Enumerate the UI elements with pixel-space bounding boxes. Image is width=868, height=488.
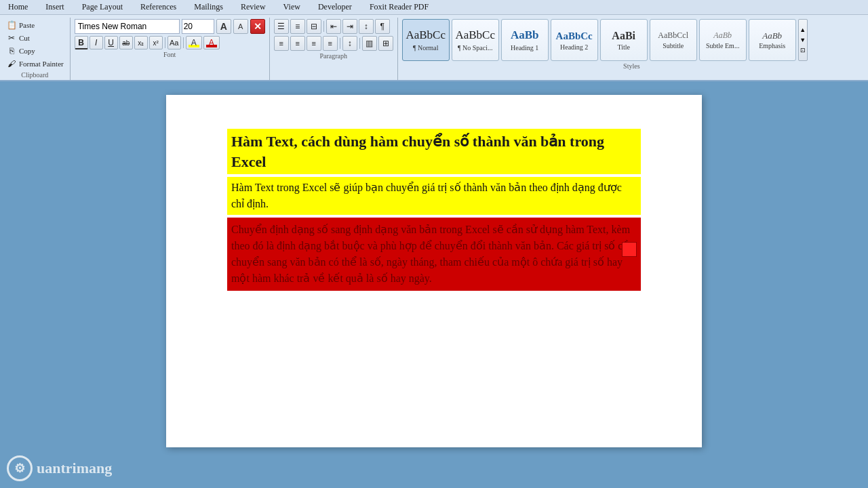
paste-button[interactable]: 📋 Paste <box>4 19 66 31</box>
chevron-down-icon: ▼ <box>800 37 806 43</box>
decrease-indent-button[interactable]: ⇤ <box>326 19 341 34</box>
ribbon-controls: 📋 Paste ✂ Cut ⎘ Copy 🖌 Format Painter Cl… <box>0 15 868 80</box>
red-text: Chuyển định dạng số sang định dạng văn b… <box>231 222 637 287</box>
multilevel-list-button[interactable]: ⊟ <box>307 19 321 34</box>
copy-icon: ⎘ <box>6 45 17 56</box>
style-title-label: Title <box>617 43 630 51</box>
logo-text: uantrimang <box>37 460 112 477</box>
font-name-input[interactable] <box>75 19 180 34</box>
font-color-letter: A <box>209 38 214 47</box>
menu-bar: Home Insert Page Layout References Maili… <box>0 0 868 15</box>
style-h2-preview: AaBbCc <box>556 30 593 42</box>
style-subtle[interactable]: AaBb Subtle Em... <box>699 19 747 61</box>
show-hide-button[interactable]: ¶ <box>375 19 390 34</box>
style-subtle-preview: AaBb <box>713 30 732 40</box>
menu-review[interactable]: Review <box>238 1 269 14</box>
content-area: Hàm Text, cách dùng hàm chuyển số thành … <box>0 81 868 480</box>
style-normal[interactable]: AaBbCc ¶ Normal <box>402 19 450 61</box>
align-left-button[interactable]: ≡ <box>274 36 289 51</box>
strikethrough-button[interactable]: ab <box>119 36 133 49</box>
style-subtitle-preview: AaBbCcl <box>658 30 688 40</box>
menu-mailings[interactable]: Mailings <box>191 1 226 14</box>
style-normal-preview: AaBbCc <box>406 28 446 42</box>
shrink-font-button[interactable]: A <box>233 19 248 34</box>
menu-foxit[interactable]: Foxit Reader PDF <box>367 1 431 14</box>
italic-button[interactable]: I <box>90 36 103 49</box>
grow-font-button[interactable]: A <box>216 19 231 34</box>
paragraph-section: ☰ ≡ ⊟ ⇤ ⇥ ↕ ¶ ≡ ≡ ≡ ≡ ↕ ▥ ⊞ Paragraph <box>270 18 398 80</box>
align-center-button[interactable]: ≡ <box>290 36 305 51</box>
align-right-button[interactable]: ≡ <box>307 36 321 51</box>
style-h2-label: Heading 2 <box>560 43 588 51</box>
font-section-label: Font <box>75 51 265 58</box>
font-section: A A ✕ B I U ab x₂ x² Aa A <box>71 18 270 80</box>
more-icon: ⊡ <box>800 47 806 54</box>
heading-block: Hàm Text, cách dùng hàm chuyển số thành … <box>227 129 641 174</box>
ribbon: 📋 Paste ✂ Cut ⎘ Copy 🖌 Format Painter Cl… <box>0 15 868 81</box>
style-subtitle[interactable]: AaBbCcl Subtitle <box>650 19 697 61</box>
body-text: Hàm Text trong Excel sẽ giúp bạn chuyển … <box>231 180 637 212</box>
copy-button[interactable]: ⎘ Copy <box>4 45 66 57</box>
paragraph-section-label: Paragraph <box>274 52 393 60</box>
chevron-up-icon: ▲ <box>800 26 806 33</box>
styles-section: AaBbCc ¶ Normal AaBbCc ¶ No Spaci... AaB… <box>398 18 865 80</box>
style-emphasis[interactable]: AaBb Emphasis <box>749 19 796 61</box>
body-block: Hàm Text trong Excel sẽ giúp bạn chuyển … <box>227 177 641 215</box>
style-emphasis-label: Emphasis <box>759 42 785 49</box>
clipboard-label: Clipboard <box>21 71 48 79</box>
sort-button[interactable]: ↕ <box>359 19 374 34</box>
paste-icon: 📋 <box>6 20 17 30</box>
menu-references[interactable]: References <box>138 1 179 14</box>
bold-button[interactable]: B <box>75 36 88 49</box>
style-heading2[interactable]: AaBbCc Heading 2 <box>551 19 598 61</box>
font-size-input[interactable] <box>182 19 214 34</box>
style-subtle-label: Subtle Em... <box>706 42 739 49</box>
red-block: Chuyển định dạng số sang định dạng văn b… <box>227 218 641 291</box>
underline-button[interactable]: U <box>104 36 118 49</box>
increase-indent-button[interactable]: ⇥ <box>342 19 357 34</box>
clear-format-button[interactable]: ✕ <box>250 19 265 34</box>
line-spacing-button[interactable]: ↕ <box>342 36 357 51</box>
style-nospace-label: ¶ No Spaci... <box>458 44 492 52</box>
menu-view[interactable]: View <box>281 1 303 14</box>
menu-insert[interactable]: Insert <box>43 1 66 14</box>
menu-developer[interactable]: Developer <box>315 1 355 14</box>
menu-home[interactable]: Home <box>5 1 31 14</box>
style-nospace-preview: AaBbCc <box>455 28 495 42</box>
format-painter-icon: 🖌 <box>6 58 17 69</box>
change-case-button[interactable]: Aa <box>167 36 181 49</box>
borders-button[interactable]: ⊞ <box>378 36 393 51</box>
red-accent-square <box>622 242 637 257</box>
styles-section-label: Styles <box>402 62 861 70</box>
styles-scroll-button[interactable]: ▲ ▼ ⊡ <box>798 19 808 61</box>
style-subtitle-label: Subtitle <box>663 42 684 49</box>
style-normal-label: ¶ Normal <box>413 44 439 52</box>
shading-button[interactable]: ▥ <box>362 36 377 51</box>
style-title-preview: AaBi <box>612 29 635 42</box>
logo-icon: ⚙ <box>7 455 33 481</box>
font-color-button[interactable]: A <box>203 36 220 49</box>
bullets-button[interactable]: ☰ <box>274 19 289 34</box>
heading-text: Hàm Text, cách dùng hàm chuyển số thành … <box>231 131 637 171</box>
highlight-button[interactable]: A <box>186 36 202 49</box>
logo-area: ⚙ uantrimang <box>7 455 112 481</box>
format-painter-button[interactable]: 🖌 Format Painter <box>4 58 66 70</box>
scissors-icon: ✂ <box>6 33 17 43</box>
numbering-button[interactable]: ≡ <box>290 19 305 34</box>
style-heading1[interactable]: AaBb Heading 1 <box>501 19 549 61</box>
menu-page-layout[interactable]: Page Layout <box>79 1 125 14</box>
cut-button[interactable]: ✂ Cut <box>4 32 66 44</box>
style-title[interactable]: AaBi Title <box>600 19 648 61</box>
subscript-button[interactable]: x₂ <box>134 36 148 49</box>
clipboard-section: 📋 Paste ✂ Cut ⎘ Copy 🖌 Format Painter Cl… <box>3 18 71 80</box>
superscript-button[interactable]: x² <box>149 36 163 49</box>
document-page: Hàm Text, cách dùng hàm chuyển số thành … <box>166 95 702 447</box>
justify-button[interactable]: ≡ <box>323 36 338 51</box>
style-emphasis-preview: AaBb <box>762 30 782 41</box>
style-h1-label: Heading 1 <box>511 44 538 52</box>
style-no-spacing[interactable]: AaBbCc ¶ No Spaci... <box>452 19 499 61</box>
style-h1-preview: AaBb <box>511 28 539 42</box>
highlight-letter: A <box>191 38 197 47</box>
